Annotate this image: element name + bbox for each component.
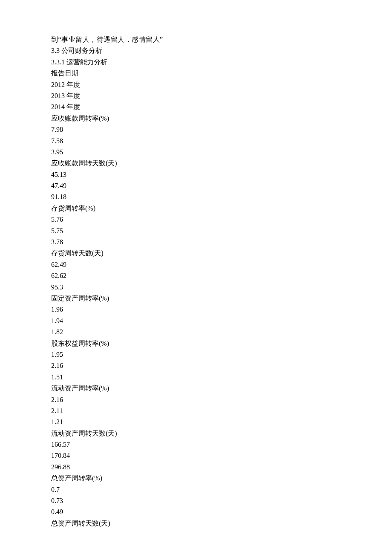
metric-label: 固定资产周转率(%) — [51, 293, 341, 304]
metric-value: 5.76 — [51, 214, 341, 225]
metric-label: 总资产周转率(%) — [51, 473, 341, 484]
metric-value: 5.75 — [51, 225, 341, 237]
metric-value: 0.7 — [51, 484, 341, 495]
metric-value: 1.94 — [51, 315, 341, 327]
metric-value: 1.82 — [51, 327, 341, 338]
metric-value: 2.16 — [51, 394, 341, 405]
section-heading-3-3: 3.3 公司财务分析 — [51, 45, 341, 56]
metric-value: 47.49 — [51, 180, 341, 191]
metric-value: 45.13 — [51, 169, 341, 180]
metric-value: 296.88 — [51, 462, 341, 473]
metric-value: 1.96 — [51, 304, 341, 315]
report-date-label: 报告日期 — [51, 68, 341, 79]
year-item: 2014 年度 — [51, 101, 341, 113]
metric-label: 流动资产周转天数(天) — [51, 428, 341, 439]
metric-value: 170.84 — [51, 450, 341, 461]
metric-label: 存货周转天数(天) — [51, 248, 341, 259]
metric-label: 总资产周转天数(天) — [51, 518, 341, 529]
intro-text: 到“事业留人，待遇留人，感情留人” — [51, 34, 341, 45]
metric-value: 7.98 — [51, 124, 341, 135]
metric-value: 1.95 — [51, 349, 341, 360]
metric-label: 股东权益周转率(%) — [51, 338, 341, 349]
metric-value: 62.62 — [51, 270, 341, 281]
metric-value: 2.16 — [51, 360, 341, 371]
section-heading-3-3-1: 3.3.1 运营能力分析 — [51, 57, 341, 68]
metric-value: 3.95 — [51, 147, 341, 158]
metric-value: 1.51 — [51, 372, 341, 383]
metric-label: 应收账款周转率(%) — [51, 113, 341, 124]
metric-value: 62.49 — [51, 259, 341, 270]
metric-value: 166.57 — [51, 439, 341, 450]
metric-label: 流动资产周转率(%) — [51, 383, 341, 394]
year-item: 2013 年度 — [51, 90, 341, 101]
metric-value: 3.78 — [51, 237, 341, 248]
metric-label: 存货周转率(%) — [51, 203, 341, 214]
metric-label: 应收账款周转天数(天) — [51, 158, 341, 169]
metric-value: 0.73 — [51, 495, 341, 506]
metric-value: 1.21 — [51, 416, 341, 428]
metric-value: 0.49 — [51, 506, 341, 517]
metric-value: 2.11 — [51, 405, 341, 416]
metric-value: 7.58 — [51, 136, 341, 147]
metric-value: 95.3 — [51, 282, 341, 293]
metric-value: 91.18 — [51, 191, 341, 202]
year-item: 2012 年度 — [51, 79, 341, 90]
